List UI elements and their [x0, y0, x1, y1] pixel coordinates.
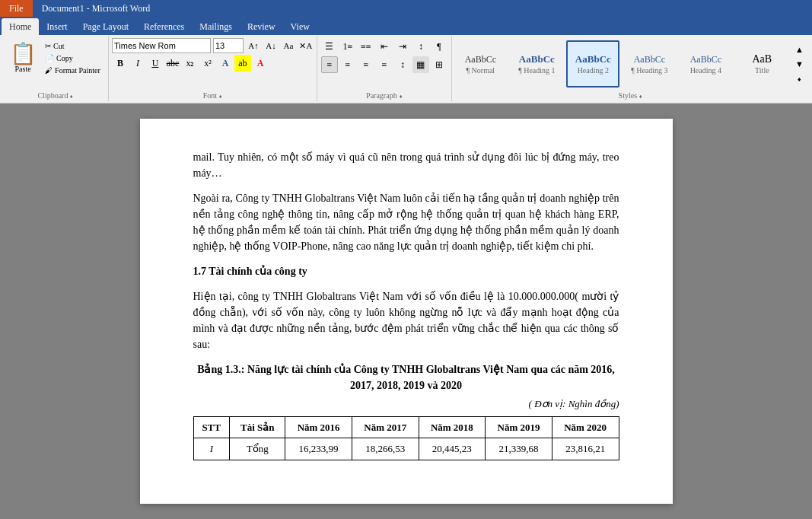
clipboard-small-buttons: ✂ Cut 📄 Copy 🖌 Format Painter [41, 40, 104, 76]
style-heading2-sample: AaBbCc [575, 53, 611, 65]
shading-button[interactable]: ▦ [412, 56, 429, 73]
cut-button[interactable]: ✂ Cut [41, 40, 104, 52]
format-painter-label: Format Painter [55, 66, 100, 75]
tab-insert[interactable]: Insert [39, 18, 75, 35]
multilevel-list-button[interactable]: ≡≡ [358, 38, 374, 55]
decrease-indent-button[interactable]: ⇤ [376, 38, 393, 55]
highlight-button[interactable]: ab [234, 55, 251, 72]
cut-icon: ✂ [45, 42, 51, 50]
font-size-input[interactable] [213, 38, 244, 53]
style-heading2-button[interactable]: AaBbCc Heading 2 [566, 40, 619, 88]
line-spacing-button[interactable]: ↕ [394, 56, 411, 73]
superscript-button[interactable]: x² [199, 55, 216, 72]
col-taisan: Tài Sản [230, 416, 285, 438]
align-center-button[interactable]: ≡ [339, 56, 356, 73]
table-unit: ( Đơn vị: Nghìn đồng) [193, 396, 619, 412]
font-content: A↑ A↓ Aa ✕A B I U abc x₂ x² A ab A [112, 38, 314, 90]
style-title-button[interactable]: AaB Title [735, 40, 788, 88]
tab-pagelayout[interactable]: Page Layout [75, 18, 136, 35]
clipboard-expand[interactable]: ⬧ [69, 92, 73, 100]
style-heading2-label: Heading 2 [578, 66, 609, 75]
copy-button[interactable]: 📄 Copy [41, 53, 104, 64]
format-painter-icon: 🖌 [45, 66, 53, 75]
col-2019: Năm 2019 [486, 416, 552, 438]
text-effects-button[interactable]: A [217, 55, 234, 72]
font-name-input[interactable] [112, 38, 211, 53]
styles-content: AaBbCc ¶ Normal AaBbCc ¶ Heading 1 AaBbC… [454, 38, 807, 90]
paste-label: Paste [15, 65, 31, 73]
table-caption: Bảng 1.3.: Năng lực tài chính của Công t… [193, 361, 619, 393]
increase-indent-button[interactable]: ⇥ [394, 38, 411, 55]
bullets-button[interactable]: ☰ [321, 38, 338, 55]
cut-label: Cut [53, 42, 64, 50]
numbering-button[interactable]: 1≡ [339, 38, 356, 55]
paragraph-2: Ngoài ra, Công ty TNHH Globaltrans Việt … [193, 190, 619, 254]
style-heading1-button[interactable]: AaBbCc ¶ Heading 1 [510, 40, 563, 88]
underline-button[interactable]: U [147, 55, 164, 72]
paragraph-3: Hiện tại, công ty TNHH Globaltrans Việt … [193, 288, 619, 352]
font-name-row: A↑ A↓ Aa ✕A [112, 38, 314, 53]
styles-expand[interactable]: ⬧ [638, 92, 642, 100]
style-title-label: Title [755, 66, 769, 75]
style-heading4-button[interactable]: AaBbCc Heading 4 [679, 40, 732, 88]
paragraph-expand[interactable]: ⬧ [399, 92, 403, 100]
show-hide-button[interactable]: ¶ [431, 38, 447, 55]
file-tab-button[interactable]: File [0, 0, 33, 17]
font-group: A↑ A↓ Aa ✕A B I U abc x₂ x² A ab A Font … [109, 37, 317, 101]
style-heading3-button[interactable]: AaBbCc ¶ Heading 3 [623, 40, 676, 88]
format-painter-button[interactable]: 🖌 Format Painter [41, 65, 104, 76]
justify-button[interactable]: ≡ [376, 56, 393, 73]
style-normal-button[interactable]: AaBbCc ¶ Normal [454, 40, 507, 88]
tab-review[interactable]: Review [240, 18, 283, 35]
ribbon-tabs: Home Insert Page Layout References Maili… [0, 17, 812, 35]
heading-2-finance: 1.7 Tài chính của công ty [193, 263, 619, 279]
col-2016: Năm 2016 [285, 416, 352, 438]
styles-group-label: Styles ⬧ [619, 91, 642, 100]
decrease-font-button[interactable]: A↓ [263, 38, 279, 53]
styles-more[interactable]: ⬧ [791, 72, 807, 86]
increase-font-button[interactable]: A↑ [246, 38, 261, 53]
document-area: mail. Tuy nhiên, có một số máy vì quá cũ… [0, 103, 812, 519]
paste-button[interactable]: 📋 Paste [7, 38, 39, 78]
bold-button[interactable]: B [112, 55, 129, 72]
style-title-sample: AaB [753, 53, 772, 65]
title-bar: File Document1 - Microsoft Word [0, 0, 812, 17]
tab-references[interactable]: References [136, 18, 192, 35]
tab-view[interactable]: View [283, 18, 317, 35]
font-expand[interactable]: ⬧ [218, 92, 222, 100]
cell-2016: 16,233,99 [285, 438, 352, 460]
strikethrough-button[interactable]: abc [164, 55, 181, 72]
tab-home[interactable]: Home [2, 18, 39, 35]
cell-2018: 20,445,23 [419, 438, 486, 460]
clipboard-group: 📋 Paste ✂ Cut 📄 Copy 🖌 Format Painter [3, 37, 109, 101]
clear-format-button[interactable]: ✕A [298, 38, 314, 53]
copy-icon: 📄 [45, 54, 54, 62]
align-left-button[interactable]: ≡ [321, 56, 338, 73]
styles-scroll: ▲ ▼ ⬧ [791, 40, 807, 88]
cell-2017: 18,266,53 [352, 438, 419, 460]
cell-2020: 23,816,21 [552, 438, 619, 460]
paragraph-1: mail. Tuy nhiên, có một số máy vì quá cũ… [193, 149, 619, 181]
style-heading1-sample: AaBbCc [519, 53, 555, 65]
tab-mailings[interactable]: Mailings [192, 18, 240, 35]
align-right-button[interactable]: ≡ [358, 56, 374, 73]
col-2017: Năm 2017 [352, 416, 419, 438]
app-title: Document1 - Microsoft Word [33, 3, 159, 14]
cell-taisan: Tổng [230, 438, 285, 460]
table-header-row: STT Tài Sản Năm 2016 Năm 2017 Năm 2018 N… [193, 416, 619, 438]
col-2018: Năm 2018 [419, 416, 486, 438]
styles-scroll-up[interactable]: ▲ [791, 42, 807, 56]
financial-table: STT Tài Sản Năm 2016 Năm 2017 Năm 2018 N… [193, 416, 619, 460]
change-case-button[interactable]: Aa [281, 38, 296, 53]
italic-button[interactable]: I [129, 55, 146, 72]
style-heading3-sample: AaBbCc [634, 54, 665, 65]
document-page[interactable]: mail. Tuy nhiên, có một số máy vì quá cũ… [140, 119, 673, 504]
borders-button[interactable]: ⊞ [431, 56, 447, 73]
font-color-button[interactable]: A [252, 55, 269, 72]
sort-button[interactable]: ↕ [412, 38, 429, 55]
style-normal-sample: AaBbCc [465, 54, 496, 65]
styles-scroll-down[interactable]: ▼ [791, 56, 807, 71]
ribbon: 📋 Paste ✂ Cut 📄 Copy 🖌 Format Painter [0, 35, 812, 103]
subscript-button[interactable]: x₂ [182, 55, 199, 72]
file-label: File [9, 3, 24, 14]
